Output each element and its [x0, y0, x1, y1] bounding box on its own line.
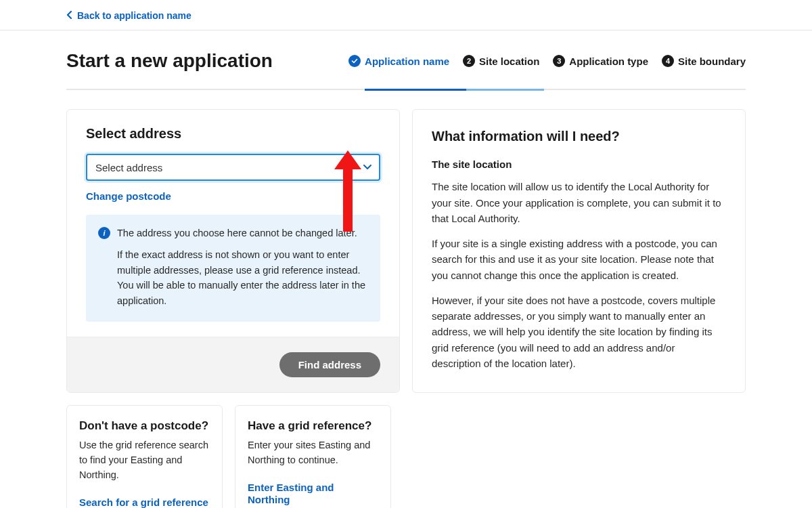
info-paragraph-3: However, if your site does not have a po…	[432, 293, 726, 371]
check-icon	[348, 55, 361, 67]
grid-reference-heading: Have a grid reference?	[248, 419, 378, 433]
info-paragraph-1: The site location will allow us to ident…	[432, 179, 726, 226]
step-site-boundary[interactable]: 4 Site boundary	[662, 49, 746, 72]
info-box: i The address you choose here cannot be …	[86, 215, 380, 322]
step-badge: 3	[553, 55, 565, 67]
page-title: Start a new application	[66, 50, 273, 72]
info-line-2: If the exact address is not shown or you…	[98, 247, 368, 308]
info-paragraph-2: If your site is a single existing addres…	[432, 236, 726, 283]
no-postcode-card: Don't have a postcode? Use the grid refe…	[66, 405, 223, 508]
info-icon: i	[98, 227, 110, 239]
chevron-left-icon	[66, 10, 73, 21]
no-postcode-heading: Don't have a postcode?	[79, 419, 210, 433]
step-application-type[interactable]: 3 Application type	[553, 49, 648, 72]
grid-reference-card: Have a grid reference? Enter your sites …	[235, 405, 391, 508]
address-select[interactable]: Select address	[86, 154, 380, 181]
stepper-underline	[66, 89, 746, 90]
select-address-heading: Select address	[86, 126, 380, 142]
info-subheading: The site location	[432, 156, 726, 172]
enter-easting-northing-link[interactable]: Enter Easting and Northing	[248, 482, 334, 505]
find-address-button[interactable]: Find address	[279, 352, 380, 377]
no-postcode-body: Use the grid reference search to find yo…	[79, 438, 210, 482]
change-postcode-link[interactable]: Change postcode	[86, 190, 171, 202]
info-heading: What information will I need?	[432, 126, 726, 147]
step-badge: 2	[463, 55, 475, 67]
step-label: Site location	[479, 56, 539, 67]
step-site-location[interactable]: 2 Site location	[463, 49, 539, 72]
search-grid-reference-link[interactable]: Search for a grid reference	[79, 496, 208, 508]
select-address-card: Select address Select address Change pos…	[66, 109, 400, 393]
grid-reference-body: Enter your sites Easting and Northing to…	[248, 438, 378, 468]
back-link-label: Back to application name	[77, 10, 191, 21]
step-label: Application name	[365, 56, 449, 67]
stepper: Application name 2 Site location 3 Appli…	[348, 49, 746, 72]
step-label: Application type	[569, 56, 648, 67]
back-link[interactable]: Back to application name	[66, 10, 191, 21]
step-label: Site boundary	[678, 56, 746, 67]
info-card: What information will I need? The site l…	[412, 109, 746, 393]
step-application-name[interactable]: Application name	[348, 49, 449, 72]
info-line-1: The address you choose here cannot be ch…	[117, 226, 357, 240]
step-badge: 4	[662, 55, 674, 67]
